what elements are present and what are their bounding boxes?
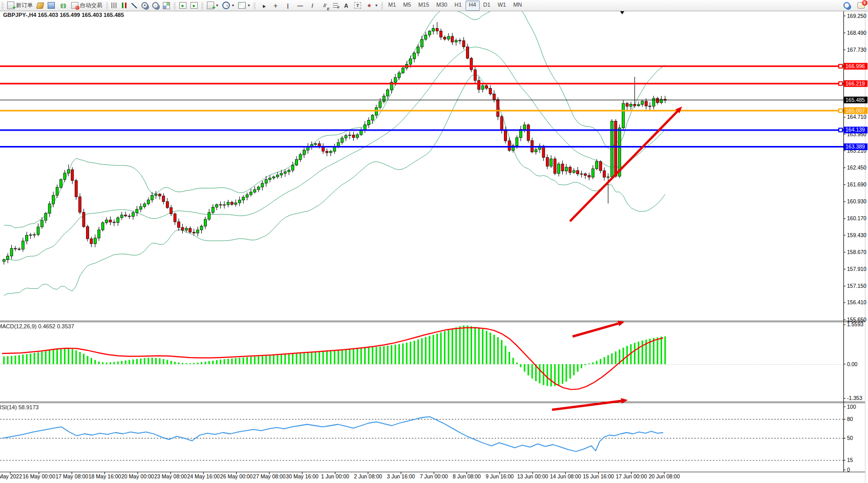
candle-body (409, 59, 412, 65)
time-axis: May 202216 May 00:0017 May 08:0018 May 1… (0, 472, 680, 479)
resistance-line-2-handle[interactable] (839, 82, 842, 86)
channel-button[interactable]: // (319, 1, 331, 11)
terminal-button[interactable] (46, 1, 57, 11)
time-tick-label: 24 May 16:00 (187, 473, 220, 479)
candle-body (425, 35, 427, 39)
support-line-1-handle[interactable] (839, 128, 842, 132)
candle-body (394, 77, 397, 82)
timeframe-m5[interactable]: M5 (399, 1, 414, 11)
toolbar-grip[interactable] (2, 2, 4, 9)
price-tick-label: 160.930 (847, 198, 866, 204)
timeframe-m15[interactable]: M15 (415, 1, 433, 11)
text-icon: A (342, 2, 350, 10)
trendline-button[interactable]: / (306, 1, 319, 11)
templates-button[interactable]: ▾ (236, 1, 252, 11)
chevron-down-icon: ▾ (232, 3, 234, 8)
candle-body (136, 209, 138, 213)
candle-body (235, 203, 237, 204)
candle-body (607, 177, 609, 177)
timeframe-m30[interactable]: M30 (433, 1, 451, 11)
candle-body (497, 99, 499, 116)
periods-button[interactable]: ▾ (220, 1, 236, 11)
support-line-2-price-text: 163.389 (845, 143, 865, 150)
zoomplus-icon: + (141, 2, 148, 9)
candle-body (345, 136, 347, 138)
resistance-line-1-handle[interactable] (839, 65, 842, 68)
candle-body (485, 86, 488, 88)
candle-body (75, 180, 77, 197)
candle-body (193, 232, 195, 233)
candle-body (10, 248, 13, 256)
new-chart-button[interactable]: ▾ (205, 1, 220, 11)
candle-body (322, 147, 325, 151)
pivot-line-handle[interactable] (839, 109, 842, 113)
candle-body (622, 103, 625, 128)
arrows-button[interactable]: ◆▾ (363, 1, 379, 11)
pivot-line-price-text: 165.007 (845, 108, 865, 114)
candle-body (527, 125, 530, 140)
candle-body (178, 222, 180, 227)
search-button[interactable] (841, 1, 852, 11)
notifications-button[interactable]: 1 (855, 1, 867, 11)
candle-body (101, 223, 104, 230)
candle-body (470, 58, 473, 70)
zoom-out-button[interactable]: - (150, 1, 161, 11)
candle-body (48, 204, 51, 214)
candlestick-chart-button[interactable] (119, 1, 129, 11)
toolbar-grip[interactable] (201, 2, 203, 9)
chart-window[interactable]: 169.250168.490167.730164.710163.950163.2… (0, 0, 868, 483)
candle-body (265, 180, 267, 183)
time-tick-label: 26 May 00:00 (220, 473, 253, 479)
chart-shift-button[interactable]: ▸ (188, 1, 200, 11)
candle-body (459, 40, 461, 41)
toolbar-grip[interactable] (174, 2, 176, 9)
timeframe-h4[interactable]: H4 (465, 1, 480, 11)
timeframe-d1[interactable]: D1 (480, 1, 494, 11)
autotrading-button[interactable]: 自动交易 (69, 1, 104, 11)
candle-body (204, 219, 207, 226)
crosshair-button[interactable]: + (269, 1, 282, 11)
time-tick-label: 16 May 00:00 (23, 473, 55, 479)
time-tick-label: 20 May 00:00 (121, 473, 154, 479)
hline-icon: — (296, 2, 304, 10)
time-tick-label: 13 Jun 00:00 (517, 473, 548, 479)
crosshair-icon: + (271, 2, 280, 10)
vline-icon: | (284, 2, 292, 10)
candle-body (223, 205, 226, 205)
tile-windows-button[interactable] (161, 1, 172, 11)
candle-body (493, 94, 495, 99)
search-icon (843, 2, 850, 9)
new-order-button[interactable]: 新订单 (5, 1, 35, 11)
candle-body (657, 98, 659, 103)
candle-body (22, 241, 24, 249)
bar-chart-button[interactable] (110, 1, 119, 11)
vertical-line-button[interactable]: | (282, 1, 294, 11)
candle-body (603, 171, 606, 177)
cursor-icon: ▲ (258, 0, 269, 11)
candle-body (504, 130, 507, 141)
candle-body (523, 125, 526, 130)
timeframe-w1[interactable]: W1 (494, 1, 510, 11)
candle-body (326, 151, 328, 153)
zoom-in-button[interactable]: + (139, 1, 150, 11)
signals-button[interactable]: ((·)) (57, 1, 69, 11)
timeframe-mn[interactable]: MN (510, 1, 525, 11)
toolbar-grip[interactable] (253, 2, 256, 9)
candle-body (162, 196, 165, 202)
candle-body (352, 135, 355, 138)
fibonacci-button[interactable] (331, 1, 340, 11)
price-tick-label: 157.150 (847, 283, 866, 289)
text-button[interactable]: A (340, 1, 352, 11)
timeframe-m1[interactable]: M1 (385, 1, 399, 11)
toolbar-grip[interactable] (106, 2, 108, 9)
horizontal-line-button[interactable]: — (294, 1, 306, 11)
shift-icon: ▸ (190, 2, 198, 9)
toolbar-grip[interactable] (381, 2, 383, 9)
cursor-button[interactable]: ▲ (257, 1, 269, 11)
zoomminus-icon: - (152, 2, 159, 9)
styler-button[interactable] (35, 1, 46, 11)
timeframe-h1[interactable]: H1 (451, 1, 465, 11)
auto-scroll-button[interactable]: ▸ (177, 1, 188, 11)
line-chart-button[interactable] (129, 1, 139, 11)
label-button[interactable]: T (352, 1, 363, 11)
